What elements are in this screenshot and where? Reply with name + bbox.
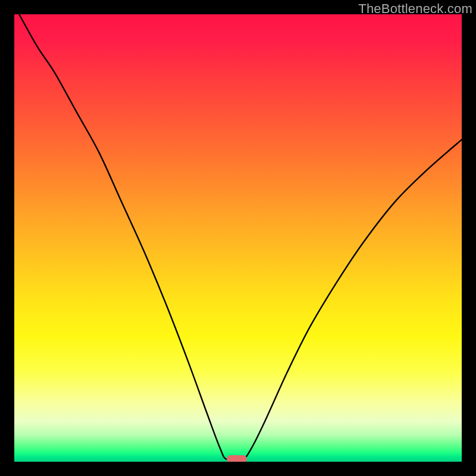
bottleneck-curve [14,14,462,462]
watermark-text: TheBottleneck.com [358,1,472,17]
chart-frame: TheBottleneck.com [0,0,476,476]
optimum-marker [227,455,247,462]
plot-area [14,14,462,462]
